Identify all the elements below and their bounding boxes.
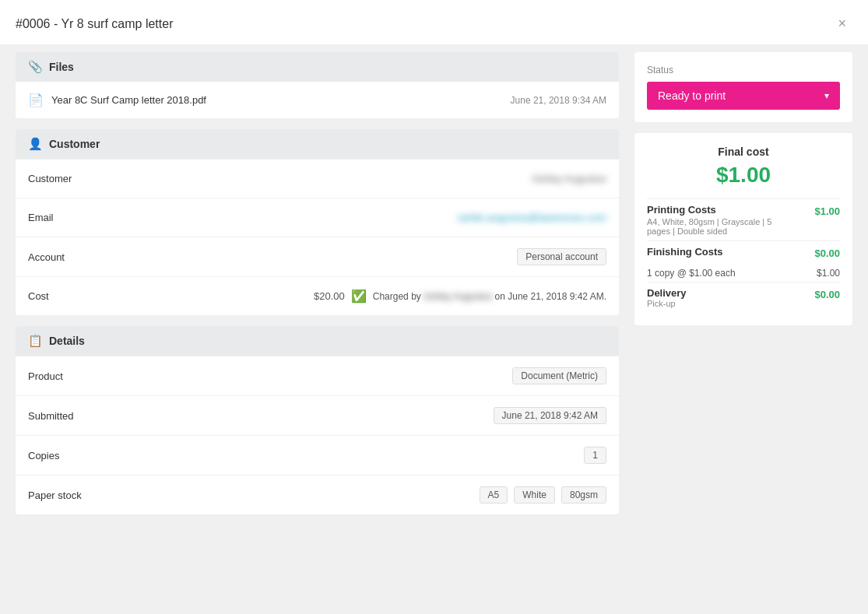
modal-body: 📎 Files 📄 Year 8C Surf Camp letter 2018.… xyxy=(0,44,868,614)
copies-value: 1 xyxy=(121,447,606,464)
finishing-costs-left: Finishing Costs xyxy=(647,246,723,258)
paper-size-badge: A5 xyxy=(480,486,508,503)
paper-color-badge: White xyxy=(514,486,555,503)
paper-stock-value: A5 White 80gsm xyxy=(121,486,606,503)
close-button[interactable]: × xyxy=(831,12,852,35)
status-card: Status Ready to print ▾ xyxy=(634,52,852,122)
product-field-row: Product Document (Metric) xyxy=(16,356,619,395)
delivery-sub: Pick-up xyxy=(647,299,687,308)
person-icon: 👤 xyxy=(28,137,43,151)
customer-card: 👤 Customer Customer Ashley Augustus Emai… xyxy=(16,129,619,315)
customer-value: Ashley Augustus xyxy=(121,173,606,184)
cost-value: $20.00 ✅ Charged by Ashley Augustus on J… xyxy=(121,289,606,303)
email-blurred: ashlie.augustus@lawrenceu.com xyxy=(458,212,606,223)
cost-card-amount: $1.00 xyxy=(647,163,840,188)
paperclip-icon: 📎 xyxy=(28,60,43,74)
paper-weight-badge: 80gsm xyxy=(561,486,606,503)
details-card: 📋 Details Product Document (Metric) Subm… xyxy=(16,326,619,514)
delivery-label: Delivery xyxy=(647,287,687,299)
customer-section-header: 👤 Customer xyxy=(16,129,619,159)
printing-costs-line: Printing Costs A4, White, 80gsm | Graysc… xyxy=(647,198,840,240)
files-section-header: 📎 Files xyxy=(16,52,619,82)
submitted-value: June 21, 2018 9:42 AM xyxy=(121,407,606,424)
printing-costs-sub: A4, White, 80gsm | Grayscale | 5 pages |… xyxy=(647,217,779,236)
cost-label: Cost xyxy=(28,290,121,302)
modal-title: #0006 - Yr 8 surf camp letter xyxy=(16,17,173,31)
printing-costs-label: Printing Costs xyxy=(647,204,779,216)
delivery-line: Delivery Pick-up $0.00 xyxy=(647,282,840,313)
submitted-field-row: Submitted June 21, 2018 9:42 AM xyxy=(16,395,619,435)
details-section-label: Details xyxy=(49,335,85,347)
customer-section-label: Customer xyxy=(49,138,100,150)
file-row: 📄 Year 8C Surf Camp letter 2018.pdf June… xyxy=(16,82,619,118)
files-card: 📎 Files 📄 Year 8C Surf Camp letter 2018.… xyxy=(16,52,619,118)
cost-card: Final cost $1.00 Printing Costs A4, Whit… xyxy=(634,133,852,325)
status-button[interactable]: Ready to print ▾ xyxy=(647,82,840,110)
modal: #0006 - Yr 8 surf camp letter × 📎 Files … xyxy=(0,0,868,614)
file-doc-icon: 📄 xyxy=(28,93,44,107)
finishing-costs-value: $0.00 xyxy=(814,247,840,259)
email-field-row: Email ashlie.augustus@lawrenceu.com xyxy=(16,198,619,237)
copies-field-row: Copies 1 xyxy=(16,435,619,475)
delivery-value: $0.00 xyxy=(814,289,840,300)
email-label: Email xyxy=(28,212,121,223)
submitted-label: Submitted xyxy=(28,410,121,422)
status-button-label: Ready to print xyxy=(658,89,726,102)
copies-badge: 1 xyxy=(584,447,606,464)
status-label: Status xyxy=(647,65,840,75)
file-name: Year 8C Surf Camp letter 2018.pdf xyxy=(51,94,503,106)
charged-by-blurred: Ashley Augustus xyxy=(423,291,492,302)
details-doc-icon: 📋 xyxy=(28,334,43,348)
product-badge: Document (Metric) xyxy=(512,367,606,384)
paper-stock-field-row: Paper stock A5 White 80gsm xyxy=(16,475,619,514)
main-content: 📎 Files 📄 Year 8C Surf Camp letter 2018.… xyxy=(16,52,619,598)
customer-name-blurred: Ashley Augustus xyxy=(532,173,606,184)
finishing-costs-label: Finishing Costs xyxy=(647,246,723,258)
chevron-down-icon: ▾ xyxy=(824,90,829,101)
files-section-label: Files xyxy=(49,61,74,73)
paper-stock-label: Paper stock xyxy=(28,489,121,501)
customer-label: Customer xyxy=(28,173,121,184)
charged-text: Charged by Ashley Augustus on June 21, 2… xyxy=(373,291,606,302)
printing-costs-value: $1.00 xyxy=(814,205,840,217)
submitted-badge: June 21, 2018 9:42 AM xyxy=(494,407,606,424)
check-icon: ✅ xyxy=(351,289,367,303)
modal-header: #0006 - Yr 8 surf camp letter × xyxy=(0,0,868,44)
file-date: June 21, 2018 9:34 AM xyxy=(511,95,606,106)
cost-amount: $20.00 xyxy=(314,290,345,302)
customer-field-row: Customer Ashley Augustus xyxy=(16,159,619,198)
copy-line-value: $1.00 xyxy=(817,268,840,279)
product-label: Product xyxy=(28,370,121,382)
finishing-costs-line: Finishing Costs $0.00 xyxy=(647,240,840,265)
email-value: ashlie.augustus@lawrenceu.com xyxy=(121,212,606,223)
cost-field-row: Cost $20.00 ✅ Charged by Ashley Augustus… xyxy=(16,276,619,315)
finishing-costs-right: $0.00 xyxy=(814,246,840,260)
sidebar: Status Ready to print ▾ Final cost $1.00… xyxy=(634,52,852,598)
account-label: Account xyxy=(28,251,121,263)
cost-card-title: Final cost xyxy=(647,146,840,158)
printing-costs-right: $1.00 xyxy=(814,204,840,218)
copies-label: Copies xyxy=(28,450,121,461)
account-field-row: Account Personal account xyxy=(16,237,619,276)
copy-line: 1 copy @ $1.00 each $1.00 xyxy=(647,265,840,282)
delivery-left: Delivery Pick-up xyxy=(647,287,687,308)
account-badge: Personal account xyxy=(517,248,606,265)
details-section-header: 📋 Details xyxy=(16,326,619,356)
account-value: Personal account xyxy=(121,248,606,265)
delivery-right: $0.00 xyxy=(814,287,840,301)
printing-costs-left: Printing Costs A4, White, 80gsm | Graysc… xyxy=(647,204,779,236)
product-value: Document (Metric) xyxy=(121,367,606,384)
copy-line-label: 1 copy @ $1.00 each xyxy=(647,268,736,279)
